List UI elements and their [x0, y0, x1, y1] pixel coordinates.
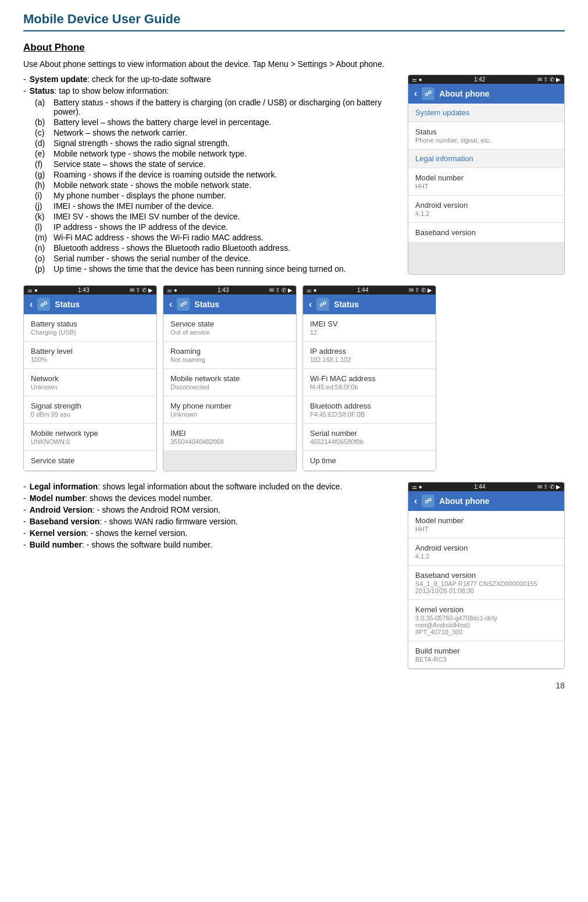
phone-body-4: IMEI SV 12 IP address 192.168.1.102 Wi-F…: [303, 314, 436, 471]
row-network: Network Unknown: [24, 369, 156, 396]
dash: -: [23, 74, 26, 84]
row5-android-version: Android version 4.1.2: [408, 538, 564, 566]
back-arrow-icon: ‹: [414, 88, 417, 99]
dash: -: [23, 86, 26, 95]
sub-item-c: (c)Network – shows the network carrier.: [35, 128, 396, 137]
phone-row-status: Status Phone number, signal, etc.: [408, 122, 564, 150]
status-time-4: 1:44: [357, 287, 368, 293]
phone-title-bar-5: ‹ ☍ About phone: [408, 491, 564, 511]
row-signal-strength: Signal strength 0 dBm 99 asu: [24, 396, 156, 424]
phone-title-label-4: Status: [334, 300, 359, 309]
phone-screenshot-5: ⚌ ● 1:44 ✉ ⇧ ✆ ▶ ‹ ☍ About phone Model n…: [408, 482, 565, 669]
bullet-android-version: - Android Version: - shows the Android R…: [23, 505, 396, 514]
row-roaming: Roaming Not roaming: [163, 342, 296, 369]
phone-title-bar-3: ‹ ☍ Status: [163, 294, 296, 314]
row5-build-number: Build number BETA-RC3: [408, 641, 564, 669]
row-imei-sv: IMEI SV 12: [303, 314, 436, 342]
bottom-section: - Legal information: shows legal informa…: [23, 482, 565, 669]
bullet-system-update: - System update: check for the up-to-dat…: [23, 74, 396, 84]
status-bar-1: ⚌ ● 1:42 ✉ ⇧ ✆ ▶: [408, 75, 564, 84]
phone-row-system-updates: System updates: [408, 104, 564, 122]
status-right-3: ✉ ⇧ ✆ ▶: [269, 287, 293, 293]
sub-item-n: (n)Bluetooth address - shows the Bluetoo…: [35, 243, 396, 253]
row-up-time: Up time: [303, 451, 436, 471]
row-wifi-mac: Wi-Fi MAC address f4:45:ed:58:0f:0b: [303, 369, 436, 396]
page-number: 18: [23, 681, 565, 690]
phone-title-label-1: About phone: [439, 89, 489, 98]
sub-item-p: (p)Up time - shows the time that the dev…: [35, 264, 396, 274]
row-ip-address: IP address 192.168.1.102: [303, 342, 436, 369]
sub-item-e: (e)Mobile network type - shows the mobil…: [35, 149, 396, 158]
phone-title-bar-1: ‹ ☍ About phone: [408, 84, 564, 104]
sub-item-a: (a)Battery status - shows if the battery…: [35, 98, 396, 116]
status-time-1: 1:42: [474, 76, 485, 83]
phone-title-bar-2: ‹ ☍ Status: [24, 294, 156, 314]
sub-item-m: (m)Wi-Fi MAC address - shows the Wi-Fi r…: [35, 233, 396, 242]
sub-item-g: (g)Roaming - shows if the device is roam…: [35, 170, 396, 179]
phone-title-label-2: Status: [55, 300, 80, 309]
phone-row-android: Android version 4.1.2: [408, 196, 564, 223]
status-right-icons: ✉ ⇧ ✆ ▶: [537, 76, 561, 83]
sub-item-j: (j)IMEI - shows the IMEI number of the d…: [35, 201, 396, 211]
back-arrow-2-icon: ‹: [30, 299, 33, 310]
phone-body-3: Service state Out of service Roaming Not…: [163, 314, 296, 451]
row-service-state-3: Service state Out of service: [163, 314, 296, 342]
row5-baseband-version: Baseband version S4_1_9_10AP R1877 CNSZX…: [408, 566, 564, 600]
status-bar-4: ⚌ ● 1:44 ✉ ⇧ ✆ ▶: [303, 286, 436, 294]
about-icon-5: ☍: [422, 495, 434, 507]
bottom-text-col: - Legal information: shows legal informa…: [23, 482, 396, 669]
bullet-status: - Status: tap to show below information:: [23, 86, 396, 95]
main-content-area: - System update: check for the up-to-dat…: [23, 74, 565, 275]
status-left-5: ⚌ ●: [412, 484, 422, 490]
status-right-4: ✉ ⇧ ✆ ▶: [409, 287, 432, 293]
intro-text: Use About phone settings to view informa…: [23, 59, 565, 69]
row-mobile-network-type: Mobile network type UNKNOWN:0: [24, 424, 156, 451]
status-icon-2: ☍: [37, 298, 50, 311]
status-time-3: 1:43: [218, 287, 229, 293]
row-service-state-2: Service state: [24, 451, 156, 471]
row-imei: IMEI 355044040482068: [163, 424, 296, 451]
status-bar-5: ⚌ ● 1:44 ✉ ⇧ ✆ ▶: [408, 482, 564, 491]
row5-kernel-version: Kernel version 3.0.35-05760-g4708dc1-dir…: [408, 600, 564, 641]
main-text-col: - System update: check for the up-to-dat…: [23, 74, 396, 275]
phone-title-label-5: About phone: [439, 496, 489, 506]
status-left-3: ⚌ ●: [167, 287, 177, 293]
phone-row-legal: Legal information: [408, 150, 564, 168]
phone-body-2: Battery status Charging (USB) Battery le…: [24, 314, 156, 471]
phone-row-model: Model number HHT: [408, 168, 564, 196]
phone-screenshot-1: ⚌ ● 1:42 ✉ ⇧ ✆ ▶ ‹ ☍ About phone System …: [408, 74, 565, 275]
bullet-list: - System update: check for the up-to-dat…: [23, 74, 396, 95]
system-update-text: System update: check for the up-to-date …: [30, 74, 211, 84]
status-left-icons: ⚌ ●: [412, 76, 422, 83]
status-bar-3: ⚌ ● 1:43 ✉ ⇧ ✆ ▶: [163, 286, 296, 294]
sub-item-f: (f)Service state – shows the state of se…: [35, 159, 396, 169]
row-serial-number: Serial number 4652144f06580f0b: [303, 424, 436, 451]
status-time-2: 1:43: [78, 287, 89, 293]
sub-item-l: (l)IP address - shows the IP address of …: [35, 222, 396, 232]
bullet-model-number: - Model number: shows the devices model …: [23, 493, 396, 503]
phone-body-5: Model number HHT Android version 4.1.2 B…: [408, 511, 564, 669]
bullet-baseband-version: - Baseband version: - shows WAN radio fi…: [23, 517, 396, 526]
sub-item-o: (o)Serial number - shows the serial numb…: [35, 254, 396, 263]
phone-screenshot-4: ⚌ ● 1:44 ✉ ⇧ ✆ ▶ ‹ ☍ Status IMEI SV 12 I…: [302, 285, 436, 471]
status-icon-3: ☍: [177, 298, 190, 311]
status-bar-2: ⚌ ● 1:43 ✉ ⇧ ✆ ▶: [24, 286, 156, 294]
status-right-2: ✉ ⇧ ✆ ▶: [130, 287, 153, 293]
bullet-legal: - Legal information: shows legal informa…: [23, 482, 396, 491]
phone-screenshot-2: ⚌ ● 1:43 ✉ ⇧ ✆ ▶ ‹ ☍ Status Battery stat…: [23, 285, 157, 471]
phone-screenshot-3: ⚌ ● 1:43 ✉ ⇧ ✆ ▶ ‹ ☍ Status Service stat…: [163, 285, 297, 471]
bullet-build-number: - Build number: - shows the software bui…: [23, 540, 396, 549]
section-title: About Phone: [23, 42, 565, 54]
phone-row-baseband: Baseband version: [408, 223, 564, 243]
phone-title-label-3: Status: [194, 300, 219, 309]
about-phone-icon: ☍: [422, 87, 434, 100]
row5-model-number: Model number HHT: [408, 511, 564, 538]
back-arrow-5-icon: ‹: [414, 496, 417, 506]
page-title: Mobile Device User Guide: [23, 12, 565, 31]
row-battery-level: Battery level 100%: [24, 342, 156, 369]
row-bluetooth-address: Bluetooth address F4:45:ED:58:0F:0B: [303, 396, 436, 424]
status-icon-4: ☍: [316, 298, 329, 311]
status-left-2: ⚌ ●: [27, 287, 38, 293]
status-text: Status: tap to show below information:: [30, 86, 169, 95]
sub-item-b: (b)Battery level – shows the battery cha…: [35, 118, 396, 127]
